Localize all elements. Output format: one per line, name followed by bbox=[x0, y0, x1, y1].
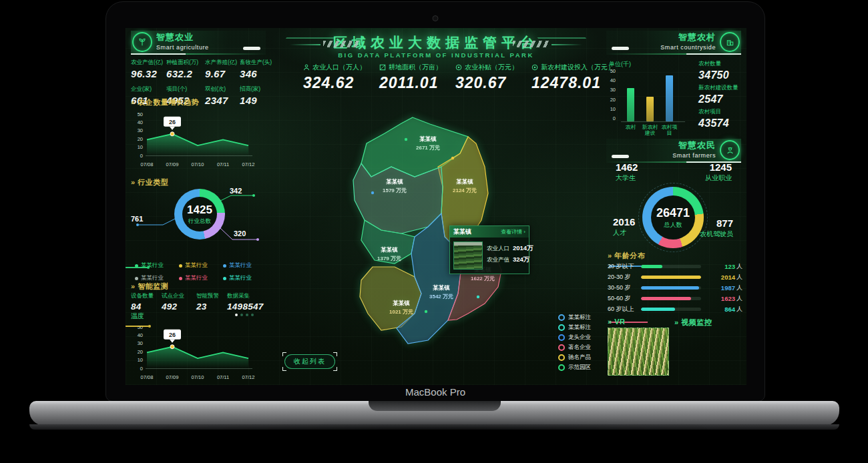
kpi-farmland: 耕地面积（万亩） 2011.01 bbox=[379, 63, 442, 92]
bar bbox=[646, 97, 654, 121]
page-dot[interactable] bbox=[240, 314, 243, 316]
panel-title: 智慧农村 bbox=[660, 31, 716, 43]
header-dash bbox=[612, 47, 629, 50]
laptop-brand-label: MacBook Pro bbox=[106, 386, 765, 398]
coin-icon bbox=[531, 64, 538, 71]
land-icon bbox=[379, 64, 386, 71]
industry-donut-block: 1425 行业总数 342 320 761 bbox=[130, 187, 264, 258]
map-tooltip[interactable]: 某某镇 查看详情 农业人口2014万 农业产值324万 bbox=[449, 225, 529, 274]
map-marker-icon[interactable] bbox=[371, 191, 374, 194]
stat: 畜牧生产(头)346 bbox=[240, 59, 264, 79]
panel-subtitle: Smart agriculture bbox=[156, 44, 209, 51]
legend-ring-icon bbox=[558, 344, 565, 351]
legend-item: 某某行业 bbox=[135, 262, 179, 270]
bar-label: 农村 bbox=[621, 124, 640, 136]
svg-text:0: 0 bbox=[140, 153, 143, 159]
map-marker-icon[interactable] bbox=[477, 296, 479, 298]
kpi-subsidy: 农业补贴（万元） 320.67 bbox=[455, 63, 518, 92]
svg-text:07/12: 07/12 bbox=[242, 374, 255, 380]
svg-text:07/09: 07/09 bbox=[166, 161, 179, 167]
legend-ring-icon bbox=[558, 324, 565, 331]
legend-ring-icon bbox=[558, 354, 565, 361]
stat-line bbox=[126, 326, 150, 327]
dashboard: 智慧农业 Smart agriculture 农业产值(亿)96.32 种植面积… bbox=[126, 28, 746, 385]
region-label: 某某镇 bbox=[419, 135, 437, 142]
countryside-stat: 农村项目43574 bbox=[698, 108, 729, 129]
svg-text:07/08: 07/08 bbox=[141, 161, 154, 167]
svg-text:1379 万元: 1379 万元 bbox=[377, 256, 401, 262]
map-legend-item[interactable]: 某某标注 bbox=[558, 312, 591, 322]
collapse-list-button[interactable]: 收起列表 bbox=[284, 354, 335, 369]
section-title-vr: VR bbox=[608, 318, 625, 326]
page-dot[interactable] bbox=[235, 314, 238, 316]
svg-text:07/11: 07/11 bbox=[217, 374, 229, 380]
tooltip-photo bbox=[453, 242, 483, 270]
industry-total-label: 行业总数 bbox=[188, 217, 211, 225]
map-legend-item[interactable]: 著名企业 bbox=[558, 342, 591, 352]
legend-dot-icon bbox=[179, 264, 182, 268]
region-label: 某某镇 bbox=[432, 284, 450, 291]
panel-subtitle: Smart countryside bbox=[660, 44, 716, 51]
temperature-line-chart: 0102030405007/0807/0907/1007/1107/1226 bbox=[128, 319, 264, 384]
svg-text:3542 万元: 3542 万元 bbox=[429, 294, 453, 300]
webcam-icon bbox=[433, 15, 439, 21]
legend-dot-icon bbox=[223, 264, 226, 268]
region-label: 某某镇 bbox=[455, 178, 473, 185]
stat: 农业产值(亿)96.32 bbox=[131, 59, 166, 79]
bar-label: 新农村建设 bbox=[640, 124, 660, 136]
legend-item: 某某行业 bbox=[223, 274, 267, 282]
farmers-donut-chart: 26471 总人数 bbox=[642, 187, 704, 248]
header-line-left bbox=[290, 44, 320, 45]
map-legend-item[interactable]: 驰名产品 bbox=[558, 352, 591, 362]
view-details-link[interactable]: 查看详情 bbox=[501, 228, 525, 236]
map-legend: 某某标注 某某标注 龙头企业 著名企业 驰名产品 示范园区 bbox=[558, 312, 591, 372]
corner-tick-icon bbox=[282, 367, 286, 371]
svg-text:07/09: 07/09 bbox=[166, 374, 179, 380]
stat: 试点企业492 bbox=[162, 292, 196, 312]
countryside-bar-chart bbox=[621, 69, 685, 122]
svg-text:26: 26 bbox=[169, 332, 176, 338]
vr-image[interactable] bbox=[608, 328, 669, 376]
svg-text:30: 30 bbox=[138, 127, 143, 133]
hazard-stripes-left bbox=[323, 41, 359, 47]
callout-320: 320 bbox=[234, 229, 246, 238]
section-title-industry: 行业类型 bbox=[131, 177, 168, 187]
svg-text:1579 万元: 1579 万元 bbox=[383, 187, 407, 193]
age-row: 30-50 岁1987人 bbox=[608, 282, 742, 293]
corner-tick-icon bbox=[282, 352, 286, 356]
map-legend-item[interactable]: 示范园区 bbox=[558, 362, 591, 372]
map-marker-icon[interactable] bbox=[425, 310, 427, 313]
svg-text:26: 26 bbox=[169, 119, 176, 125]
map-legend-item[interactable]: 龙头企业 bbox=[558, 332, 591, 342]
page: 智慧农业 Smart agriculture 农业产值(亿)96.32 种植面积… bbox=[0, 0, 868, 463]
coin-icon bbox=[455, 64, 462, 71]
legend-item: 某某行业 bbox=[179, 262, 223, 270]
kpi-investment: 新农村建设投入（万元） 12478.01 bbox=[531, 63, 614, 92]
age-distribution-chart: 20 岁以下123人20-30 岁2014人30-50 岁1987人50-60 … bbox=[608, 261, 742, 314]
svg-text:50: 50 bbox=[138, 324, 143, 330]
legend-dot-icon bbox=[135, 277, 138, 280]
page-dot[interactable] bbox=[251, 314, 254, 316]
countryside-stat: 新农村建设数量2547 bbox=[698, 84, 738, 105]
page-dot[interactable] bbox=[246, 314, 248, 316]
bar bbox=[627, 88, 634, 121]
laptop-screen: 智慧农业 Smart agriculture 农业产值(亿)96.32 种植面积… bbox=[105, 1, 765, 402]
farmer-icon bbox=[720, 140, 740, 160]
map-legend-item[interactable]: 某某标注 bbox=[558, 322, 591, 332]
legend-ring-icon bbox=[558, 314, 565, 321]
callout-761: 761 bbox=[131, 215, 143, 223]
stat: 智能预警23 bbox=[196, 292, 227, 312]
farmers-total: 26471 bbox=[656, 206, 690, 220]
panel-header-countryside: 智慧农村 Smart countryside bbox=[606, 31, 741, 55]
laptop-notch bbox=[369, 401, 501, 411]
svg-text:10: 10 bbox=[138, 144, 143, 150]
svg-text:2124 万元: 2124 万元 bbox=[453, 187, 477, 193]
map-marker-icon[interactable] bbox=[405, 138, 407, 141]
legend-ring-icon bbox=[558, 334, 565, 341]
section-title-video: 视频监控 bbox=[674, 318, 712, 328]
pagination-dots[interactable] bbox=[235, 314, 254, 316]
tooltip-row: 农业人口2014万 bbox=[487, 244, 533, 253]
map-marker-icon[interactable] bbox=[451, 157, 454, 159]
stat: 招商(家)149 bbox=[240, 85, 264, 106]
stat: 水产养殖(亿)9.67 bbox=[205, 59, 240, 79]
